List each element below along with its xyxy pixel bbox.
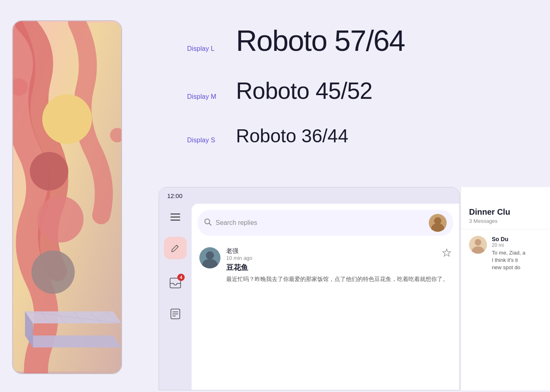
svg-rect-17 xyxy=(170,217,180,218)
message-content: 老强 10 min ago 豆花鱼 最近忙吗？昨晚我去了你最爱的那家饭馆，点了他… xyxy=(226,247,452,283)
right-sender-name: So Du xyxy=(492,236,525,242)
svg-rect-16 xyxy=(170,213,180,215)
message-preview: 最近忙吗？昨晚我去了你最爱的那家饭馆，点了他们的特色豆花鱼，吃着吃着就想你了。 xyxy=(226,275,452,283)
svg-line-11 xyxy=(73,311,83,324)
svg-line-9 xyxy=(41,311,49,324)
search-bar[interactable]: Search replies xyxy=(198,210,453,236)
illustration-area xyxy=(0,0,134,392)
display-l-label: Display L xyxy=(187,45,236,52)
mockup-main-panel: Search replies 老强 10 min ago xyxy=(192,204,459,390)
right-panel-header: Dinner Clu 3 Messages xyxy=(461,187,550,229)
svg-point-14 xyxy=(13,78,28,96)
svg-line-13 xyxy=(105,311,119,324)
right-preview-line1: To me, Ziad, a xyxy=(492,249,525,257)
svg-line-10 xyxy=(57,311,65,324)
display-m-specimen: Roboto 45/52 xyxy=(236,78,372,105)
typography-section: Display L Roboto 57/64 Display M Roboto … xyxy=(134,0,550,172)
type-row-display-s: Display S Roboto 36/44 xyxy=(187,116,526,155)
user-avatar[interactable] xyxy=(429,214,447,232)
dinner-club-title: Dinner Clu xyxy=(469,207,542,217)
right-panel: Dinner Clu 3 Messages So Du 20 mi To me,… xyxy=(461,187,550,390)
dinner-club-subtitle: 3 Messages xyxy=(469,218,542,224)
phone-ui-mockup: 12:00 xyxy=(159,187,460,390)
message-item[interactable]: 老强 10 min ago 豆花鱼 最近忙吗？昨晚我去了你最爱的那家饭馆，点了他… xyxy=(198,242,453,288)
type-row-display-m: Display M Roboto 45/52 xyxy=(187,70,526,113)
phone-inner xyxy=(13,21,121,373)
status-time: 12:00 xyxy=(167,192,183,199)
svg-line-12 xyxy=(89,311,101,324)
svg-point-4 xyxy=(31,250,74,294)
svg-rect-18 xyxy=(170,220,180,221)
content-area: Display L Roboto 57/64 Display M Roboto … xyxy=(134,0,550,392)
message-subject: 豆花鱼 xyxy=(226,263,452,272)
sender-avatar xyxy=(199,247,220,268)
svg-line-25 xyxy=(209,223,211,225)
svg-marker-6 xyxy=(25,311,33,348)
message-header: 老强 10 min ago xyxy=(226,247,452,261)
message-header-left: 老强 10 min ago xyxy=(226,247,252,261)
display-s-specimen: Roboto 36/44 xyxy=(236,124,348,147)
abstract-shapes-svg xyxy=(13,21,121,373)
right-panel-message-item[interactable]: So Du 20 mi To me, Ziad, a I think it's … xyxy=(461,229,550,278)
search-icon xyxy=(204,218,212,228)
hamburger-menu-icon[interactable] xyxy=(168,210,183,224)
type-row-display-l: Display L Roboto 57/64 xyxy=(187,16,526,65)
display-s-label: Display S xyxy=(187,137,236,144)
compose-button[interactable] xyxy=(164,237,187,259)
search-placeholder-text: Search replies xyxy=(216,219,425,226)
svg-marker-5 xyxy=(25,335,121,348)
inbox-badge: 4 xyxy=(177,274,185,281)
svg-point-2 xyxy=(30,152,68,191)
svg-point-1 xyxy=(42,94,92,144)
phone-frame xyxy=(12,20,122,374)
star-button[interactable] xyxy=(442,248,452,260)
right-panel-item-content: So Du 20 mi To me, Ziad, a I think it's … xyxy=(492,236,525,272)
notes-icon[interactable] xyxy=(168,307,183,321)
svg-line-8 xyxy=(25,311,121,324)
svg-point-3 xyxy=(37,196,83,242)
right-preview-line2: I think it's ti xyxy=(492,257,525,264)
mockup-body: 4 xyxy=(159,204,459,390)
right-panel-avatar xyxy=(469,236,487,254)
status-bar: 12:00 xyxy=(159,187,459,204)
mockup-sidebar: 4 xyxy=(159,204,192,390)
sender-name: 老强 xyxy=(226,247,252,255)
svg-point-15 xyxy=(110,128,121,142)
display-l-specimen: Roboto 57/64 xyxy=(236,24,405,57)
svg-marker-7 xyxy=(25,311,121,324)
display-m-label: Display M xyxy=(187,93,236,100)
inbox-icon[interactable]: 4 xyxy=(168,276,183,290)
svg-rect-0 xyxy=(13,23,121,371)
message-time: 10 min ago xyxy=(226,255,252,261)
right-preview-line3: new spot do xyxy=(492,264,525,271)
right-message-time: 20 mi xyxy=(492,242,525,248)
